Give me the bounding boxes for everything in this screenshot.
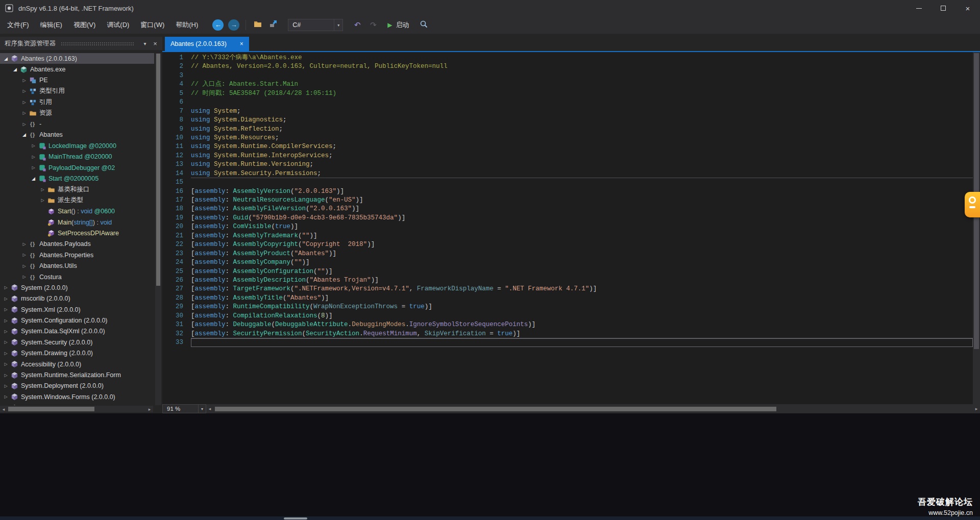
tree-item[interactable]: ▷System.Data.SqlXml (2.0.0.0)	[0, 326, 154, 337]
collapse-arrow-icon[interactable]: ◢	[30, 176, 37, 181]
collapse-arrow-icon[interactable]: ◢	[11, 67, 19, 72]
tree-item[interactable]: ▷{}Abantes.Payloads	[0, 239, 154, 250]
tree-item[interactable]: ▷PayloadDebugger @02	[0, 162, 154, 173]
code-line-content[interactable]	[191, 178, 973, 187]
tree-item[interactable]: ◢Abantes (2.0.0.163)	[0, 53, 154, 64]
start-debug-button[interactable]: ▶ 启动	[383, 20, 413, 30]
code-line-content[interactable]: [assembly: AssemblyCopyright("Copyright …	[191, 240, 973, 249]
expand-arrow-icon[interactable]: ▷	[2, 362, 10, 366]
tree-item[interactable]: ▷类型引用	[0, 86, 154, 96]
expand-arrow-icon[interactable]: ▷	[20, 242, 28, 246]
code-line-content[interactable]: using System.Security.Permissions;	[191, 169, 973, 178]
code-line-content[interactable]: [assembly: AssemblyDescription("Abantes …	[191, 276, 973, 285]
expand-arrow-icon[interactable]: ▷	[20, 78, 28, 83]
tree-item[interactable]: ▷System (2.0.0.0)	[0, 282, 154, 293]
collapse-arrow-icon[interactable]: ◢	[20, 132, 28, 137]
minimize-button[interactable]	[906, 0, 931, 16]
nav-forward-button[interactable]: →	[228, 19, 240, 31]
expand-arrow-icon[interactable]: ▷	[2, 296, 10, 301]
code-line-content[interactable]: [assembly: CompilationRelaxations(8)]	[191, 312, 973, 320]
menu-debug[interactable]: 调试(D)	[101, 16, 135, 34]
expand-arrow-icon[interactable]: ▷	[30, 155, 37, 159]
menu-help[interactable]: 帮助(H)	[170, 16, 204, 34]
redo-button[interactable]: ↷	[367, 19, 379, 31]
expand-arrow-icon[interactable]: ▷	[20, 275, 28, 279]
code-line-content[interactable]	[191, 338, 973, 347]
code-line-content[interactable]: [assembly: AssemblyVersion("2.0.0.163")]	[191, 187, 973, 196]
tree-item[interactable]: ▷MainThread @020000	[0, 152, 154, 162]
scroll-right-icon[interactable]: ▸	[146, 407, 153, 412]
scrollbar-thumb[interactable]	[215, 407, 776, 411]
code-line-content[interactable]: [assembly: RuntimeCompatibility(WrapNonE…	[191, 303, 973, 311]
tree-item[interactable]: ▷{}Costura	[0, 271, 154, 282]
editor-vertical-scrollbar[interactable]	[973, 52, 980, 404]
language-combo[interactable]: C# ▾	[288, 19, 343, 31]
tree-item[interactable]: ▷System.Runtime.Serialization.Form	[0, 369, 154, 380]
tree-item[interactable]: ▷mscorlib (2.0.0.0)	[0, 293, 154, 304]
expand-arrow-icon[interactable]: ▷	[2, 351, 10, 356]
editor-horizontal-scrollbar[interactable]: ◂ ▸	[206, 406, 980, 412]
code-line-content[interactable]: using System;	[191, 107, 973, 116]
open-file-button[interactable]	[252, 19, 264, 31]
chevron-down-icon[interactable]: ▾	[198, 405, 206, 413]
chevron-down-icon[interactable]: ▾	[334, 19, 342, 31]
expand-arrow-icon[interactable]: ▷	[2, 384, 10, 388]
zoom-level-combo[interactable]: 91 % ▾	[162, 404, 206, 413]
tree-vertical-scrollbar[interactable]	[155, 53, 161, 405]
expand-arrow-icon[interactable]: ▷	[2, 307, 10, 312]
code-line-content[interactable]: using System.Runtime.InteropServices;	[191, 152, 973, 160]
tree-item[interactable]: ▷System.Deployment (2.0.0.0)	[0, 381, 154, 391]
tree-item[interactable]: ▷基类和接口	[0, 184, 154, 195]
code-line-content[interactable]: [assembly: AssemblyFileVersion("2.0.0.16…	[191, 205, 973, 213]
tree-item[interactable]: ▷System.Drawing (2.0.0.0)	[0, 348, 154, 359]
expand-arrow-icon[interactable]: ▷	[2, 394, 10, 399]
expand-arrow-icon[interactable]: ▷	[20, 264, 28, 268]
code-line-content[interactable]: using System.Resources;	[191, 134, 973, 142]
code-line-content[interactable]: [assembly: TargetFramework(".NETFramewor…	[191, 285, 973, 293]
code-line-content[interactable]: [assembly: AssemblyTrademark("")]	[191, 232, 973, 240]
code-line-content[interactable]: using System.Runtime.Versioning;	[191, 160, 973, 169]
scrollbar-track[interactable]	[7, 407, 146, 411]
tree-item[interactable]: ▷{}Abantes.Properties	[0, 250, 154, 260]
menu-view[interactable]: 视图(V)	[68, 16, 101, 34]
code-line-content[interactable]: // 时间戳: 5AE35847 (2018/4/28 1:05:11)	[191, 89, 973, 98]
panel-drag-grip[interactable]	[61, 42, 135, 45]
tree-item[interactable]: ▷资源	[0, 108, 154, 118]
tree-item[interactable]: Start() : void @0600	[0, 206, 154, 216]
expand-arrow-icon[interactable]: ▷	[20, 122, 28, 127]
expand-arrow-icon[interactable]: ▷	[2, 329, 10, 334]
tree-item[interactable]: ◢Start @02000005	[0, 173, 154, 184]
scrollbar-thumb[interactable]	[8, 407, 94, 411]
panel-close-button[interactable]: ×	[150, 40, 160, 47]
save-all-button[interactable]	[267, 19, 280, 31]
tree-item[interactable]: ▷System.Configuration (2.0.0.0)	[0, 315, 154, 326]
code-line-content[interactable]: [assembly: AssemblyProduct("Abantes")]	[191, 250, 973, 258]
search-button[interactable]	[418, 19, 430, 31]
tree-item[interactable]: ▷派生类型	[0, 195, 154, 206]
expand-arrow-icon[interactable]: ▷	[2, 285, 10, 290]
tree-item[interactable]: ▷Microsoft.VisualBasic (2.0.0.0)	[0, 403, 154, 406]
expand-arrow-icon[interactable]: ▷	[2, 373, 10, 378]
code-line-content[interactable]	[191, 71, 973, 80]
tree-item[interactable]: ◢{}Abantes	[0, 130, 154, 140]
menu-edit[interactable]: 编辑(E)	[35, 16, 68, 34]
tree-item[interactable]: ▷{}Abantes.Utils	[0, 260, 154, 271]
tree-item[interactable]: ▷{}-	[0, 118, 154, 129]
scrollbar-track[interactable]	[214, 407, 972, 411]
tree-item[interactable]: ▷PE	[0, 75, 154, 86]
code-line-content[interactable]: [assembly: SecurityPermission(SecurityAc…	[191, 330, 973, 338]
tree-item[interactable]: ▷System.Security (2.0.0.0)	[0, 337, 154, 348]
code-line-content[interactable]: [assembly: ComVisible(true)]	[191, 222, 973, 231]
scroll-left-icon[interactable]: ◂	[0, 407, 7, 412]
tree-item[interactable]: ▷LockedImage @020000	[0, 140, 154, 151]
tree-item[interactable]: SetProcessDPIAware	[0, 228, 154, 238]
scroll-left-icon[interactable]: ◂	[206, 406, 213, 411]
expand-arrow-icon[interactable]: ▷	[20, 100, 28, 105]
expand-arrow-icon[interactable]: ▷	[30, 143, 37, 148]
expand-arrow-icon[interactable]: ▷	[20, 111, 28, 115]
code-line-content[interactable]: [assembly: Debuggable(DebuggableAttribut…	[191, 320, 973, 329]
expand-arrow-icon[interactable]: ▷	[20, 89, 28, 93]
code-line-content[interactable]: [assembly: Guid("5790b1b9-d0e9-4cb3-9e68…	[191, 214, 973, 222]
expand-arrow-icon[interactable]: ▷	[20, 253, 28, 257]
expand-arrow-icon[interactable]: ▷	[2, 318, 10, 323]
